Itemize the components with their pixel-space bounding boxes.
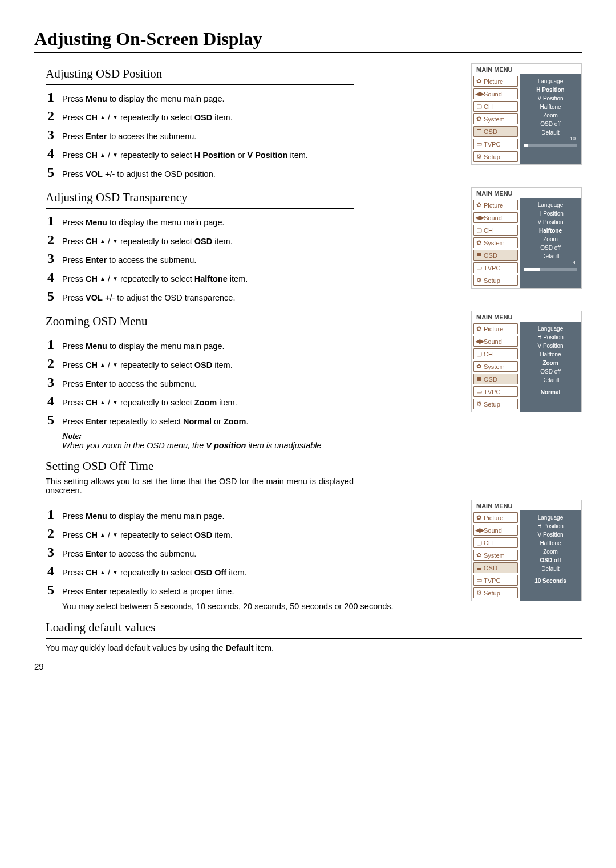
system-icon: ✿ [475,116,483,122]
osd-left-item-sound[interactable]: ◀▶Sound [473,88,518,99]
divider [46,208,354,209]
osd-left-item-label: OSD [484,376,497,383]
step-number: 2 [46,232,54,248]
osd-sub-item[interactable]: OSD off [540,120,560,128]
osd-left-item-sound[interactable]: ◀▶Sound [473,336,518,347]
osd-left-item-tvpc[interactable]: ▭TVPC [473,386,518,397]
osd-menu: MAIN MENU✿Picture◀▶Sound▢CH✿System≣OSD▭T… [471,311,582,412]
osd-left-item-picture[interactable]: ✿Picture [473,512,518,523]
osd-left-item-setup[interactable]: ⚙Setup [473,275,518,286]
osd-sub-item[interactable]: Zoom [542,359,558,367]
osd-left-item-tvpc[interactable]: ▭TVPC [473,262,518,273]
osd-sub-item[interactable]: V Position [537,531,563,539]
osd-left-item-label: Setup [484,590,500,597]
step-text: Press Menu to display the menu main page… [62,217,225,229]
osd-left-item-osd[interactable]: ≣OSD [473,126,518,137]
osd-sub-item[interactable]: H Position [537,522,564,530]
osd-left-item-picture[interactable]: ✿Picture [473,323,518,334]
osd-left-item-system[interactable]: ✿System [473,237,518,248]
osd-left-item-ch[interactable]: ▢CH [473,225,518,236]
page-number: 29 [34,662,582,671]
osd-left-item-label: OSD [484,252,497,259]
osd-sub-item[interactable]: OSD off [540,368,560,376]
osd-sub-item[interactable]: Default [541,565,560,573]
osd-sub-item[interactable]: Halftone [540,351,561,359]
osd-sub-item[interactable]: Default [541,253,560,261]
osd-sub-item[interactable]: Zoom [543,112,558,120]
osd-left-item-system[interactable]: ✿System [473,550,518,561]
osd-left-item-setup[interactable]: ⚙Setup [473,151,518,162]
steps-offtime: 1Press Menu to display the menu main pag… [46,507,362,598]
osd-title: MAIN MENU [472,64,581,74]
osd-sub-item[interactable]: Default [541,129,560,137]
osd-left-item-label: TVPC [484,265,500,271]
osd-sub-item[interactable]: OSD off [540,557,561,565]
osd-sub-item[interactable]: Default [541,376,560,384]
osd-sub-item[interactable]: Language [538,325,564,333]
osd-left-item-tvpc[interactable]: ▭TVPC [473,139,518,149]
osd-left-item-label: Sound [484,214,502,221]
osd-left-item-osd[interactable]: ≣OSD [473,374,518,384]
osd-sub-item[interactable]: V Position [537,95,563,103]
osd-left-item-picture[interactable]: ✿Picture [473,76,518,87]
page-title: Adjusting On-Screen Display [34,29,582,53]
osd-left-item-system[interactable]: ✿System [473,113,518,124]
osd-panel-position: MAIN MENU✿Picture◀▶Sound▢CH✿System≣OSD▭T… [471,63,582,165]
osd-sub-item[interactable]: H Position [536,86,564,94]
osd-progress-bar[interactable] [524,268,577,271]
step-text: Press VOL +/- to adjust the OSD transpar… [62,293,235,304]
osd-left-item-tvpc[interactable]: ▭TVPC [473,575,518,586]
osd-value: Normal [522,388,579,396]
section-title-offtime: Setting OSD Off Time [46,459,582,473]
osd-left-item-label: CH [484,540,493,546]
ch-icon: ▢ [475,227,483,233]
osd-menu: MAIN MENU✿Picture◀▶Sound▢CH✿System≣OSD▭T… [471,500,582,601]
osd-sub-item[interactable]: Zoom [543,548,558,556]
osd-sub-item[interactable]: Halftone [540,540,561,547]
ch-icon: ▢ [475,351,483,357]
system-icon: ✿ [475,363,483,370]
osd-left-item-label: Setup [484,277,500,284]
step-number: 4 [46,270,54,285]
osd-sub-item[interactable]: Language [538,514,564,522]
osd-left-item-setup[interactable]: ⚙Setup [473,587,518,598]
osd-left-item-ch[interactable]: ▢CH [473,348,518,359]
osd-left-item-ch[interactable]: ▢CH [473,537,518,548]
osd-progress-bar[interactable] [524,144,577,147]
osd-left-item-label: System [484,240,505,246]
step-text: Press Enter to access the submenu. [62,255,196,266]
osd-left-item-setup[interactable]: ⚙Setup [473,399,518,409]
step-text: Press CH ▲ / ▼ repeatedly to select OSD … [62,567,247,579]
osd-sub-item[interactable]: Halftone [540,103,561,111]
step-number: 4 [46,394,54,409]
osd-sub-item[interactable]: H Position [537,334,564,342]
osd-title: MAIN MENU [472,188,581,198]
section-title-zoom: Zooming OSD Menu [46,314,454,328]
osd-left-item-osd[interactable]: ≣OSD [473,250,518,261]
tvpc-icon: ▭ [475,577,483,583]
step-number: 2 [46,108,54,124]
osd-left-item-label: Setup [484,401,500,408]
osd-left-item-sound[interactable]: ◀▶Sound [473,525,518,536]
osd-sub-item[interactable]: Halftone [539,227,562,235]
step-text: Press CH ▲ / ▼ repeatedly to select OSD … [62,236,233,248]
osd-menu: MAIN MENU✿Picture◀▶Sound▢CH✿System≣OSD▭T… [471,63,582,165]
sound-icon: ◀▶ [475,338,483,344]
step-number: 1 [46,507,54,522]
osd-sub-item[interactable]: Language [538,78,564,86]
step-text: Press Enter to access the submenu. [62,549,196,560]
osd-sub-item[interactable]: H Position [537,210,564,218]
ch-icon: ▢ [475,103,483,109]
setup-icon: ⚙ [475,401,483,407]
osd-sub-item[interactable]: Zoom [543,236,558,244]
osd-sub-item[interactable]: V Position [537,342,563,350]
tvpc-icon: ▭ [475,388,483,395]
osd-sub-item[interactable]: Language [538,201,564,209]
osd-left-item-system[interactable]: ✿System [473,361,518,372]
osd-left-item-osd[interactable]: ≣OSD [473,562,518,573]
osd-left-item-sound[interactable]: ◀▶Sound [473,212,518,223]
osd-left-item-picture[interactable]: ✿Picture [473,200,518,210]
osd-left-item-ch[interactable]: ▢CH [473,101,518,112]
osd-sub-item[interactable]: OSD off [540,244,560,252]
osd-sub-item[interactable]: V Position [537,218,563,226]
